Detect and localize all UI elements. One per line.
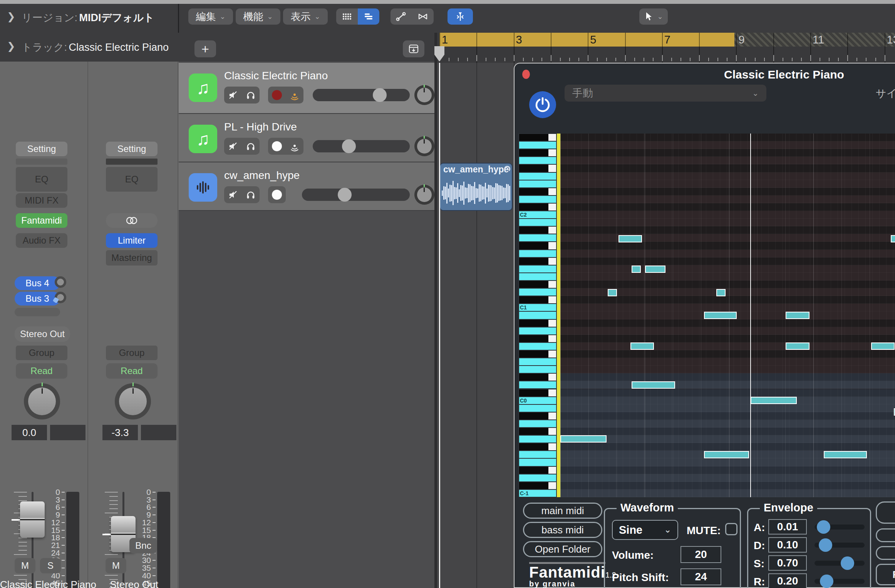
track-disclosure-icon[interactable]: ❯ <box>7 40 15 52</box>
piano-key-black[interactable] <box>519 204 556 210</box>
track-row[interactable]: cw_amen_hype <box>179 162 435 211</box>
piano-key-white[interactable] <box>519 266 556 272</box>
track-pan-knob[interactable] <box>414 185 434 205</box>
track-row[interactable]: ♫PL - High Drive <box>179 114 435 162</box>
strip1-setting-button[interactable]: Setting <box>16 142 67 156</box>
envelope-param-slider[interactable] <box>815 543 865 548</box>
edge-button-dropdown2[interactable]: ∨ <box>876 546 895 560</box>
midi-note[interactable] <box>824 451 867 458</box>
track-volume-slider[interactable] <box>302 189 410 201</box>
volume-slider-thumb[interactable] <box>373 88 387 102</box>
strip1-send-knob[interactable] <box>55 276 66 288</box>
midi-note[interactable] <box>716 289 726 296</box>
strip1-automation-button[interactable]: Read <box>16 363 67 379</box>
add-track-button[interactable]: + <box>194 40 216 57</box>
menu-view[interactable]: 表示⌄ <box>283 8 328 25</box>
strip2-limiter-slot[interactable]: Limiter <box>106 233 158 248</box>
midi-note[interactable] <box>871 342 895 350</box>
volume-slider-thumb[interactable] <box>342 139 356 153</box>
close-window-button[interactable] <box>522 70 530 79</box>
piano-key-white[interactable] <box>519 180 556 187</box>
region-disclosure-icon[interactable]: ❯ <box>7 11 15 23</box>
midi-note[interactable] <box>645 266 666 273</box>
piano-key-white[interactable] <box>519 358 556 365</box>
midi-note[interactable] <box>704 451 749 458</box>
strip1-group-slot[interactable]: Group <box>16 346 67 360</box>
piano-key-white[interactable] <box>519 219 556 226</box>
midi-note[interactable] <box>608 289 617 296</box>
midi-note[interactable] <box>630 342 654 350</box>
piano-key-black[interactable] <box>519 242 556 249</box>
envelope-param-slider[interactable] <box>815 525 865 530</box>
strip1-fantamidi-slot[interactable]: Fantamidi <box>16 213 67 228</box>
mute-checkbox[interactable] <box>725 523 737 535</box>
strip1-send-knob[interactable] <box>55 292 66 303</box>
piano-roll-grid[interactable] <box>560 134 895 497</box>
midi-note[interactable] <box>751 397 797 404</box>
mute-icon[interactable] <box>224 186 242 203</box>
strip2-mute-button[interactable]: M <box>106 558 126 573</box>
mute-icon[interactable] <box>224 138 242 155</box>
strip2-bounce-button[interactable]: Bnc <box>129 538 157 553</box>
piano-key-black[interactable] <box>519 443 556 450</box>
slider-thumb[interactable] <box>820 575 833 588</box>
piano-key-black[interactable] <box>519 227 556 234</box>
envelope-param-value[interactable]: 0.20 <box>768 573 807 588</box>
pitch-shift-value[interactable]: 24 <box>680 568 721 585</box>
piano-key-white[interactable] <box>519 196 556 203</box>
piano-key-black[interactable] <box>519 134 556 141</box>
solo-headphones-icon[interactable] <box>242 186 260 203</box>
strip2-automation-button[interactable]: Read <box>106 363 158 379</box>
envelope-param-slider[interactable] <box>815 561 865 566</box>
slider-thumb[interactable] <box>819 538 832 552</box>
piano-key-black[interactable] <box>519 428 556 435</box>
list-view-button[interactable] <box>358 8 379 25</box>
piano-key-black[interactable] <box>519 389 556 396</box>
piano-key-white[interactable] <box>519 234 556 241</box>
main-midi-button[interactable]: main midi <box>523 503 602 519</box>
midi-note[interactable] <box>786 342 810 350</box>
piano-key-black[interactable] <box>519 413 556 419</box>
piano-key-white[interactable] <box>519 273 556 280</box>
piano-key-white[interactable] <box>519 381 556 388</box>
midi-note[interactable] <box>632 381 675 389</box>
piano-key-white[interactable] <box>519 327 556 334</box>
strip2-pan-knob[interactable] <box>115 383 151 419</box>
strip1-pan-knob[interactable] <box>24 383 60 419</box>
open-folder-button[interactable]: Open Folder <box>523 541 602 557</box>
piano-key-white[interactable] <box>519 289 556 296</box>
track-inspector-label[interactable]: トラック: Classic Electric Piano <box>22 40 169 54</box>
track-volume-slider[interactable] <box>313 140 410 152</box>
piano-key-white[interactable] <box>519 157 556 164</box>
input-monitor-button[interactable] <box>286 87 303 104</box>
track-row[interactable]: ♫Classic Electric Piano <box>179 63 435 114</box>
piano-key-black[interactable] <box>519 335 556 342</box>
track-pan-knob[interactable] <box>414 136 434 156</box>
strip1-audio-fx-slot[interactable]: Audio FX <box>16 233 67 248</box>
strip1-mute-button[interactable]: M <box>15 558 35 573</box>
piano-key-white[interactable] <box>519 366 556 373</box>
midi-note[interactable] <box>618 235 642 242</box>
edge-button-ra[interactable]: Ra <box>876 564 895 585</box>
catch-playhead-button[interactable] <box>448 8 473 25</box>
mute-icon[interactable] <box>224 87 242 104</box>
strip1-peak-value[interactable] <box>50 425 85 440</box>
plugin-power-button[interactable] <box>529 91 556 118</box>
midi-draw-button[interactable] <box>412 8 434 25</box>
piano-key-black[interactable] <box>519 482 556 489</box>
strip1-solo-button[interactable]: S <box>40 558 61 573</box>
envelope-param-value[interactable]: 0.01 <box>768 519 807 535</box>
midi-note[interactable] <box>891 235 895 242</box>
track-stack-button[interactable] <box>403 40 424 57</box>
strip2-stereo-format-button[interactable] <box>106 213 158 228</box>
envelope-param-value[interactable]: 0.10 <box>768 537 807 553</box>
volume-value[interactable]: 20 <box>680 546 721 563</box>
track-pan-knob[interactable] <box>414 85 434 105</box>
piano-key-black[interactable] <box>519 296 556 303</box>
piano-key-black[interactable] <box>519 165 556 172</box>
strip1-send-empty[interactable] <box>15 308 60 316</box>
playhead-line[interactable] <box>439 63 440 588</box>
strip1-send-bus4[interactable]: Bus 4 <box>15 276 60 290</box>
piano-key-white[interactable] <box>519 250 556 257</box>
strip2-mastering-slot[interactable]: Mastering <box>106 250 158 266</box>
